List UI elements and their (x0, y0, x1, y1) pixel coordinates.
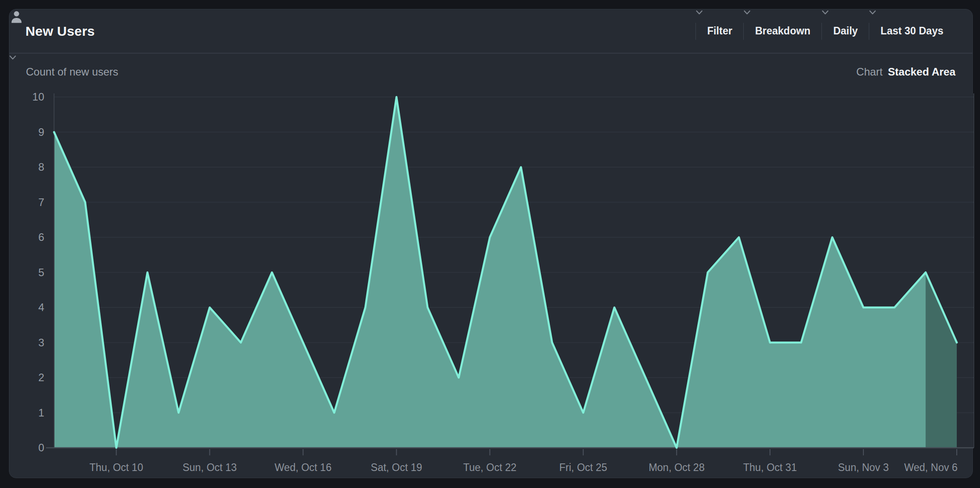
x-axis-tick-label: Tue, Oct 22 (436, 461, 544, 474)
x-axis-tick-label: Thu, Oct 31 (716, 461, 824, 474)
x-axis-tick-label: Sat, Oct 19 (343, 461, 450, 474)
x-axis-tick-label: Mon, Oct 28 (623, 461, 730, 474)
y-axis-tick-label: 9 (13, 126, 44, 139)
y-axis-tick-label: 8 (13, 161, 44, 173)
x-axis-tick-label: Wed, Oct 16 (250, 461, 357, 474)
y-axis-tick-label: 6 (13, 231, 44, 244)
x-axis-tick-label: Sun, Oct 13 (156, 461, 263, 474)
x-tick-marks (116, 449, 957, 455)
y-axis-tick-label: 2 (13, 371, 44, 384)
y-axis-tick-label: 4 (13, 301, 44, 314)
y-axis-tick-label: 0 (13, 442, 44, 454)
y-axis-tick-label: 3 (13, 337, 44, 349)
x-axis-tick-label: Thu, Oct 10 (63, 461, 170, 474)
area-chart-canvas[interactable] (0, 0, 980, 488)
y-axis-tick-label: 10 (13, 91, 44, 103)
y-axis-tick-label: 1 (13, 407, 44, 419)
area-fill-muted-last-segment (926, 273, 957, 448)
y-axis-tick-label: 5 (13, 266, 44, 279)
chart-region: 012345678910 Thu, Oct 10Sun, Oct 13Wed, … (0, 0, 980, 488)
x-axis-tick-label: Wed, Nov 6 (877, 461, 980, 474)
x-axis-tick-label: Fri, Oct 25 (530, 461, 637, 474)
y-axis-tick-label: 7 (13, 196, 44, 209)
